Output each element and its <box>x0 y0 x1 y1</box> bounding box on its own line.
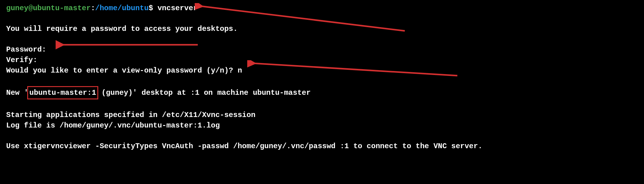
output-starting-apps: Starting applications specified in /etc/… <box>6 110 638 120</box>
prompt-dollar: $ <box>149 4 158 12</box>
highlight-box: ubuntu-master:1 <box>27 86 98 100</box>
output-connect-info: Use xtigervncviewer -SecurityTypes VncAu… <box>6 141 638 152</box>
output-log-file: Log file is /home/guney/.vnc/ubuntu-mast… <box>6 120 638 131</box>
annotation-arrow-1 <box>195 3 411 34</box>
blank-line <box>6 131 638 141</box>
annotation-arrow-2 <box>56 40 204 49</box>
svg-line-1 <box>201 6 405 31</box>
annotation-arrow-3 <box>247 60 464 79</box>
new-desktop-suffix: (guney)' desktop at :1 on machine ubuntu… <box>97 89 311 97</box>
blank-line <box>6 99 638 110</box>
new-desktop-prefix: New ' <box>6 89 28 97</box>
prompt-separator: : <box>91 4 95 12</box>
svg-line-5 <box>253 63 457 76</box>
command-text: vncserver <box>158 4 198 12</box>
output-new-desktop: New 'ubuntu-master:1 (guney)' desktop at… <box>6 86 638 100</box>
prompt-path: /home/ubuntu <box>95 4 149 12</box>
prompt-user: guney@ubuntu-master <box>6 4 91 12</box>
